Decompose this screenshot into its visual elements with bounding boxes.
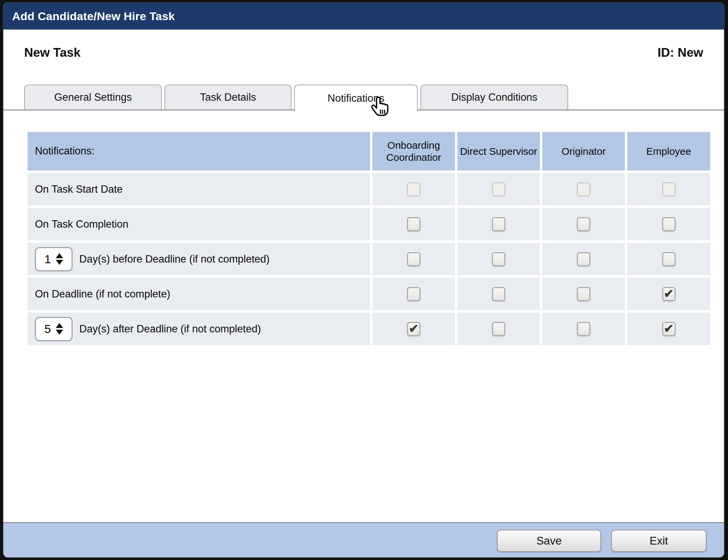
notification-row-label: On Deadline (if not complete) <box>28 278 370 310</box>
days-stepper[interactable]: 1 <box>35 247 73 271</box>
add-task-dialog: Add Candidate/New Hire Task New Task ID:… <box>3 3 724 557</box>
table-header-notifications: Notifications: <box>28 132 370 171</box>
notification-check-cell: ✔ <box>542 278 625 310</box>
notifications-table: Notifications: Onboarding Coordinatior D… <box>28 132 710 345</box>
notification-row-text: On Task Completion <box>35 218 129 230</box>
exit-button[interactable]: Exit <box>611 530 707 552</box>
notification-checkbox[interactable]: ✔ <box>492 252 505 266</box>
tab-strip: General Settings Task Details Notificati… <box>3 85 724 112</box>
notification-check-cell: ✔ <box>457 243 540 275</box>
tab-notifications[interactable]: Notifications <box>294 85 418 111</box>
notification-checkbox[interactable]: ✔ <box>662 287 676 301</box>
notification-checkbox[interactable]: ✔ <box>577 252 590 266</box>
notification-check-cell: ✔ <box>542 173 625 205</box>
notification-check-cell: ✔ <box>457 313 540 345</box>
checkmark-icon: ✔ <box>664 323 674 335</box>
notification-checkbox[interactable]: ✔ <box>407 252 420 266</box>
notification-checkbox[interactable]: ✔ <box>577 322 590 336</box>
tab-general-settings[interactable]: General Settings <box>24 85 162 109</box>
notification-checkbox[interactable]: ✔ <box>662 182 676 196</box>
notification-check-cell: ✔ <box>627 208 710 240</box>
days-stepper-value: 1 <box>44 252 51 266</box>
notification-checkbox[interactable]: ✔ <box>492 287 505 301</box>
notification-row-text: On Deadline (if not complete) <box>35 288 170 300</box>
page-title: New Task <box>24 46 81 60</box>
notification-check-cell: ✔ <box>372 313 455 345</box>
notification-row-text: On Task Start Date <box>35 183 123 195</box>
notification-check-cell: ✔ <box>627 243 710 275</box>
notification-row-label: On Task Start Date <box>28 173 370 205</box>
tab-task-details[interactable]: Task Details <box>165 85 291 109</box>
days-stepper-value: 5 <box>44 322 51 336</box>
notification-check-cell: ✔ <box>372 278 455 310</box>
notification-row-label: 5Day(s) after Deadline (if not completed… <box>28 313 370 345</box>
column-header-employee: Employee <box>627 132 710 171</box>
dialog-title: Add Candidate/New Hire Task <box>12 10 175 23</box>
save-button[interactable]: Save <box>497 530 601 552</box>
notification-check-cell: ✔ <box>627 313 710 345</box>
notification-checkbox[interactable]: ✔ <box>577 182 590 196</box>
column-header-originator: Originator <box>542 132 625 171</box>
notification-row-text: Day(s) after Deadline (if not completed) <box>79 323 261 335</box>
notification-check-cell: ✔ <box>627 173 710 205</box>
notification-check-cell: ✔ <box>457 173 540 205</box>
notification-checkbox[interactable]: ✔ <box>407 217 420 231</box>
column-header-onboarding-coordinator: Onboarding Coordinatior <box>372 132 455 171</box>
notification-checkbox[interactable]: ✔ <box>407 322 420 336</box>
notification-checkbox[interactable]: ✔ <box>662 322 676 336</box>
notification-check-cell: ✔ <box>457 278 540 310</box>
stepper-arrows-icon <box>56 253 63 265</box>
footer-bar: Save Exit <box>3 522 724 557</box>
checkmark-icon: ✔ <box>664 288 674 300</box>
notification-checkbox[interactable]: ✔ <box>407 182 420 196</box>
checkmark-icon: ✔ <box>409 323 419 335</box>
record-id-label: ID: New <box>657 46 703 60</box>
column-header-direct-supervisor: Direct Supervisor <box>457 132 540 171</box>
notification-check-cell: ✔ <box>627 278 710 310</box>
tab-display-conditions[interactable]: Display Conditions <box>420 85 568 109</box>
notification-check-cell: ✔ <box>542 313 625 345</box>
stepper-arrows-icon <box>56 323 63 335</box>
dialog-titlebar: Add Candidate/New Hire Task <box>3 3 724 30</box>
notification-checkbox[interactable]: ✔ <box>492 182 505 196</box>
notification-row-text: Day(s) before Deadline (if not completed… <box>79 253 270 265</box>
notification-check-cell: ✔ <box>372 243 455 275</box>
notification-checkbox[interactable]: ✔ <box>492 217 505 231</box>
notification-row-label: 1Day(s) before Deadline (if not complete… <box>28 243 370 275</box>
notification-row-label: On Task Completion <box>28 208 370 240</box>
notification-check-cell: ✔ <box>542 243 625 275</box>
notification-check-cell: ✔ <box>542 208 625 240</box>
notification-checkbox[interactable]: ✔ <box>662 252 676 266</box>
notification-check-cell: ✔ <box>457 208 540 240</box>
notification-checkbox[interactable]: ✔ <box>662 217 676 231</box>
days-stepper[interactable]: 5 <box>35 317 73 341</box>
notification-checkbox[interactable]: ✔ <box>577 287 590 301</box>
notification-checkbox[interactable]: ✔ <box>407 287 420 301</box>
notification-check-cell: ✔ <box>372 208 455 240</box>
notification-check-cell: ✔ <box>372 173 455 205</box>
notification-checkbox[interactable]: ✔ <box>492 322 505 336</box>
notification-checkbox[interactable]: ✔ <box>577 217 590 231</box>
